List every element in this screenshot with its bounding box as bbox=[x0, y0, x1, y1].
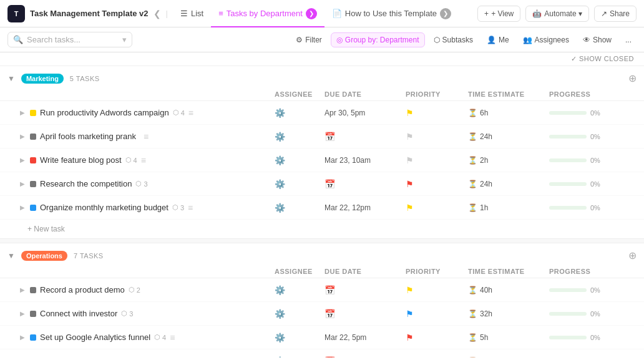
progress-cell: 0% bbox=[549, 334, 618, 341]
table-row[interactable]: ▶ Connect with investor ⬡3 ⚙️ 📅 ⚑ ⏳ 32h … bbox=[0, 302, 644, 326]
section-toggle-operations[interactable]: ▼ bbox=[7, 251, 15, 260]
filter-button[interactable]: ⚙ Filter bbox=[291, 33, 327, 47]
task-due-date-cell: Apr 30, 5pm bbox=[324, 108, 406, 117]
task-expand-icon[interactable]: ▶ bbox=[20, 286, 26, 293]
automate-button[interactable]: 🤖 Automate ▾ bbox=[525, 6, 589, 22]
task-priority-cell: ⚑ bbox=[406, 132, 468, 142]
task-priority-cell: ⚑ bbox=[406, 155, 468, 165]
progress-cell: 0% bbox=[549, 157, 618, 164]
progress-pct: 0% bbox=[590, 133, 600, 140]
task-due-date-empty: 📅 bbox=[324, 179, 335, 189]
new-task-marketing[interactable]: + New task bbox=[0, 220, 644, 238]
task-lines-icon[interactable]: ≡ bbox=[188, 203, 193, 213]
table-row[interactable]: ▶ Set up Google Analytics funnel ⬡4 ≡ ⚙️… bbox=[0, 326, 644, 349]
assignee-avatar-icon: ⚙️ bbox=[275, 132, 285, 142]
task-subtask-count: 3 bbox=[144, 180, 147, 188]
task-expand-icon[interactable]: ▶ bbox=[20, 204, 26, 211]
subtasks-button[interactable]: ⬡ Subtasks bbox=[429, 33, 478, 47]
assignee-avatar-icon: ⚙️ bbox=[275, 309, 285, 319]
task-subtask-icon: ⬡ bbox=[172, 203, 178, 212]
task-due-date-empty: 📅 bbox=[324, 309, 335, 319]
content-area: ▼ Marketing 5 TASKS ⊕ ASSIGNEE DUE DATE … bbox=[0, 66, 644, 358]
nav-back-icon[interactable]: ❮ bbox=[154, 9, 161, 19]
task-lines-icon[interactable]: ≡ bbox=[188, 108, 193, 118]
hourglass-icon: ⏳ bbox=[468, 286, 477, 294]
task-expand-icon[interactable]: ▶ bbox=[20, 109, 26, 116]
task-priority-cell: ⚑ bbox=[406, 309, 468, 319]
task-color-indicator bbox=[30, 205, 36, 211]
hourglass-icon: ⏳ bbox=[468, 132, 477, 141]
task-subtask-count: 2 bbox=[137, 286, 140, 294]
task-due-date-cell: 📅 bbox=[324, 285, 406, 295]
hourglass-icon: ⏳ bbox=[468, 109, 477, 117]
task-color-indicator bbox=[30, 334, 36, 341]
share-button[interactable]: ↗ Share bbox=[594, 6, 637, 22]
task-subtask-icon: ⬡ bbox=[125, 156, 132, 164]
more-button[interactable]: ... bbox=[620, 33, 637, 47]
task-name: Implement artificial intelligence bbox=[40, 356, 150, 358]
task-meta: ⬡2 bbox=[129, 286, 140, 294]
col-priority: PRIORITY bbox=[406, 90, 468, 98]
time-est-value: 24h bbox=[480, 132, 492, 141]
task-due-date-cell: Mar 22, 12pm bbox=[324, 203, 406, 212]
hourglass-icon: ⏳ bbox=[468, 180, 477, 188]
task-assignee-cell: ⚙️ bbox=[275, 285, 324, 295]
priority-flag: ⚑ bbox=[406, 132, 414, 142]
task-time-est-cell: ⏳ 480h bbox=[468, 357, 549, 358]
table-row[interactable]: ▶ Research the competition ⬡3 ⚙️ 📅 ⚑ ⏳ 2… bbox=[0, 172, 644, 196]
task-name: Record a product demo bbox=[40, 285, 125, 294]
table-row[interactable]: ▶ Write feature blog post ⬡4 ≡ ⚙️ Mar 23… bbox=[0, 148, 644, 172]
view-button[interactable]: + + View bbox=[477, 6, 520, 22]
col-time-estimate: TIME ESTIMATE bbox=[468, 90, 549, 98]
task-lines-icon[interactable]: ≡ bbox=[144, 132, 149, 142]
table-row[interactable]: ▶ Run productivity Adwords campaign ⬡4 ≡… bbox=[0, 101, 644, 125]
show-closed-bar[interactable]: ✓ SHOW CLOSED bbox=[0, 52, 644, 66]
search-dropdown-icon[interactable]: ▾ bbox=[122, 35, 127, 44]
tab-list[interactable]: ☰ List bbox=[173, 0, 211, 27]
search-box[interactable]: 🔍 Search tasks... ▾ bbox=[7, 32, 132, 47]
me-button[interactable]: 👤 Me bbox=[482, 33, 514, 47]
task-expand-icon[interactable]: ▶ bbox=[20, 180, 26, 187]
assignees-button[interactable]: 👥 Assignees bbox=[518, 33, 574, 47]
task-due-date-cell: 📅 bbox=[324, 179, 406, 189]
task-lines-icon[interactable]: ≡ bbox=[158, 356, 163, 358]
task-assignee-cell: ⚙️ bbox=[275, 179, 324, 189]
task-lines-icon[interactable]: ≡ bbox=[141, 155, 146, 165]
tab-how-to[interactable]: 📄 How to Use this Template ❯ bbox=[324, 0, 459, 27]
header-actions: + + View 🤖 Automate ▾ ↗ Share bbox=[477, 6, 637, 22]
task-subtask-icon: ⬡ bbox=[154, 333, 160, 341]
task-due-date-cell: 📅 bbox=[324, 309, 406, 319]
task-subtask-icon: ⬡ bbox=[129, 286, 135, 294]
section-header-marketing: ▼ Marketing 5 TASKS ⊕ bbox=[0, 66, 644, 88]
section-add-operations[interactable]: ⊕ bbox=[628, 250, 637, 261]
task-left: ▶ Research the competition ⬡3 bbox=[20, 179, 275, 188]
task-due-date: Mar 23, 10am bbox=[324, 156, 371, 165]
tab-tasks-by-dept[interactable]: ≡ Tasks by Department ❯ bbox=[211, 0, 324, 27]
show-closed-label: ✓ SHOW CLOSED bbox=[571, 55, 634, 63]
table-row[interactable]: ▶ Implement artificial intelligence ≡ ⚙️… bbox=[0, 349, 644, 358]
table-row[interactable]: ▶ Organize monthly marketing budget ⬡3 ≡… bbox=[0, 196, 644, 220]
search-placeholder: Search tasks... bbox=[27, 35, 80, 44]
progress-pct: 0% bbox=[590, 310, 600, 318]
tab-how-to-arrow: ❯ bbox=[440, 8, 451, 19]
time-est-value: 5h bbox=[480, 333, 488, 342]
task-lines-icon[interactable]: ≡ bbox=[170, 333, 175, 343]
section-toggle-marketing[interactable]: ▼ bbox=[7, 74, 15, 83]
time-est-value: 1h bbox=[480, 203, 488, 212]
task-expand-icon[interactable]: ▶ bbox=[20, 157, 26, 163]
task-expand-icon[interactable]: ▶ bbox=[20, 133, 26, 140]
show-button[interactable]: 👁 Show bbox=[578, 33, 617, 47]
priority-flag: ⚑ bbox=[406, 108, 414, 118]
progress-bar-bg bbox=[549, 158, 587, 162]
table-row[interactable]: ▶ April fools marketing prank ≡ ⚙️ 📅 ⚑ ⏳… bbox=[0, 125, 644, 148]
task-expand-icon[interactable]: ▶ bbox=[20, 334, 26, 341]
section-add-marketing[interactable]: ⊕ bbox=[628, 72, 637, 84]
time-est-value: 24h bbox=[480, 180, 492, 188]
assignee-avatar-icon: ⚙️ bbox=[275, 285, 285, 295]
task-expand-icon[interactable]: ▶ bbox=[20, 310, 26, 317]
progress-cell: 0% bbox=[549, 180, 618, 188]
group-by-button[interactable]: ◎ Group by: Department bbox=[331, 32, 425, 47]
table-row[interactable]: ▶ Record a product demo ⬡2 ⚙️ 📅 ⚑ ⏳ 40h … bbox=[0, 278, 644, 302]
task-due-date: Apr 30, 5pm bbox=[324, 109, 365, 117]
progress-bar-bg bbox=[549, 336, 587, 339]
